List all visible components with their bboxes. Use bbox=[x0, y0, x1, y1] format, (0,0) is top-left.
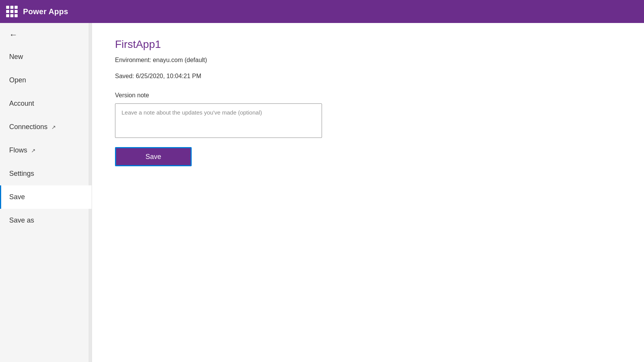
sidebar-item-open[interactable]: Open bbox=[0, 69, 92, 92]
grid-dots-icon[interactable] bbox=[6, 6, 18, 17]
sidebar-item-flows-label: Flows bbox=[9, 146, 27, 154]
back-arrow-icon: ← bbox=[9, 31, 18, 39]
main-content: FirstApp1 Environment: enayu.com (defaul… bbox=[92, 23, 644, 362]
save-button[interactable]: Save bbox=[115, 147, 192, 166]
sidebar-item-new[interactable]: New bbox=[0, 45, 92, 69]
sidebar-nav: New Open Account Connections ↗ Flows ↗ S… bbox=[0, 45, 92, 362]
sidebar-item-settings[interactable]: Settings bbox=[0, 162, 92, 185]
external-link-icon-flows: ↗ bbox=[31, 147, 36, 154]
sidebar-item-save-as[interactable]: Save as bbox=[0, 209, 92, 232]
sidebar-item-flows[interactable]: Flows ↗ bbox=[0, 139, 92, 162]
main-layout: ← New Open Account Connections ↗ Flows ↗… bbox=[0, 23, 644, 362]
sidebar-item-connections-label: Connections bbox=[9, 123, 48, 131]
sidebar-item-account[interactable]: Account bbox=[0, 92, 92, 115]
version-note-input[interactable] bbox=[115, 103, 322, 138]
app-title: Power Apps bbox=[23, 7, 68, 16]
sidebar-item-save[interactable]: Save bbox=[0, 185, 92, 209]
sidebar-item-settings-label: Settings bbox=[9, 170, 34, 178]
environment-text: Environment: enayu.com (default) bbox=[115, 57, 621, 64]
sidebar-item-save-label: Save bbox=[9, 193, 25, 201]
app-header: Power Apps bbox=[0, 0, 644, 23]
sidebar: ← New Open Account Connections ↗ Flows ↗… bbox=[0, 23, 92, 362]
saved-timestamp: Saved: 6/25/2020, 10:04:21 PM bbox=[115, 73, 621, 80]
app-name-heading: FirstApp1 bbox=[115, 38, 621, 51]
sidebar-item-save-as-label: Save as bbox=[9, 216, 34, 224]
sidebar-item-open-label: Open bbox=[9, 76, 26, 84]
sidebar-item-connections[interactable]: Connections ↗ bbox=[0, 115, 92, 139]
external-link-icon: ↗ bbox=[51, 124, 56, 130]
save-button-label: Save bbox=[145, 153, 161, 161]
back-button[interactable]: ← bbox=[0, 23, 92, 45]
sidebar-item-new-label: New bbox=[9, 53, 23, 61]
sidebar-item-account-label: Account bbox=[9, 100, 34, 108]
version-note-label: Version note bbox=[115, 92, 621, 99]
